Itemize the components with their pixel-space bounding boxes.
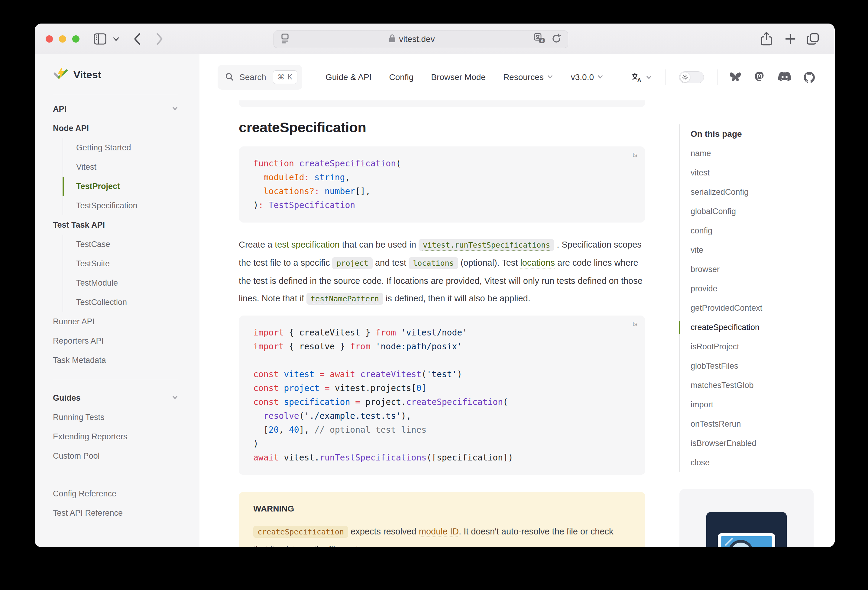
toc-item-label: import bbox=[691, 400, 713, 409]
discord-icon[interactable] bbox=[777, 71, 792, 84]
sidebar-item-testmodule[interactable]: TestModule bbox=[63, 273, 178, 293]
sidebar-chevron-down-icon[interactable] bbox=[112, 24, 120, 54]
mastodon-icon[interactable] bbox=[753, 71, 766, 84]
new-tab-icon[interactable] bbox=[784, 24, 797, 54]
sidebar-item-node-api[interactable]: Node API bbox=[53, 119, 178, 138]
toc-item-close[interactable]: close bbox=[691, 453, 835, 472]
sidebar-item-reporters-api[interactable]: Reporters API bbox=[53, 331, 178, 350]
toc-item-label: matchesTestGlob bbox=[691, 381, 754, 390]
sidebar-item-runner-api[interactable]: Runner API bbox=[53, 312, 178, 331]
chevron-down-icon bbox=[645, 74, 652, 81]
code-line: const project = vitest.projects[0] bbox=[253, 381, 636, 395]
doc-link[interactable]: locations bbox=[520, 258, 555, 268]
text-run: . It doesn't auto-resolve the file or ch… bbox=[459, 527, 614, 536]
warning-text-clipped: that it exists on the file system. bbox=[253, 541, 631, 547]
inline-code-link[interactable]: vitest.runTestSpecifications bbox=[419, 240, 554, 249]
sidebar-divider bbox=[53, 379, 178, 379]
toc-item-import[interactable]: import bbox=[691, 395, 835, 414]
translate-page-icon[interactable]: A bbox=[533, 32, 546, 46]
toc-item-matchestestglob[interactable]: matchesTestGlob bbox=[691, 376, 835, 395]
nav-link-guide-api[interactable]: Guide & API bbox=[326, 72, 372, 82]
doc-link[interactable]: module ID bbox=[419, 527, 459, 536]
sidebar-item-vitest[interactable]: Vitest bbox=[63, 157, 178, 177]
forward-button-icon[interactable] bbox=[154, 24, 165, 54]
toc-item-name[interactable]: name bbox=[691, 144, 835, 163]
brand[interactable]: Vitest bbox=[53, 54, 178, 95]
nav-link-label: Browser Mode bbox=[431, 72, 486, 82]
sidebar-item-label: TestSuite bbox=[76, 259, 110, 268]
toc-item-browser[interactable]: browser bbox=[691, 260, 835, 279]
sidebar-item-testproject[interactable]: TestProject bbox=[63, 177, 178, 196]
nav-link-config[interactable]: Config bbox=[389, 72, 413, 82]
toc-item-label: getProvidedContext bbox=[691, 303, 762, 313]
sidebar-item-getting-started[interactable]: Getting Started bbox=[63, 138, 178, 157]
sidebar-item-testcase[interactable]: TestCase bbox=[63, 235, 178, 254]
on-this-page-aside: On this page namevitestserializedConfigg… bbox=[679, 100, 835, 547]
toc-item-globtestfiles[interactable]: globTestFiles bbox=[691, 356, 835, 376]
sidebar-item-task-metadata[interactable]: Task Metadata bbox=[53, 350, 178, 370]
navbar-divider bbox=[717, 69, 717, 85]
toc-item-label: name bbox=[691, 149, 711, 158]
toc-item-vitest[interactable]: vitest bbox=[691, 163, 835, 182]
sidebar-toggle-icon[interactable] bbox=[93, 24, 107, 54]
toc-item-getprovidedcontext[interactable]: getProvidedContext bbox=[691, 298, 835, 318]
code-line: resolve('./example.test.ts'), bbox=[253, 409, 636, 423]
traffic-light-close-button[interactable] bbox=[46, 35, 53, 43]
sidebar-item-testspecification[interactable]: TestSpecification bbox=[63, 196, 178, 215]
sidebar-item-extending-reporters[interactable]: Extending Reporters bbox=[53, 427, 178, 446]
sidebar-item-custom-pool[interactable]: Custom Pool bbox=[53, 446, 178, 466]
sponsor-ad-card[interactable]: </> bbox=[679, 489, 813, 547]
svg-text:A: A bbox=[637, 77, 641, 83]
sidebar-item-api[interactable]: API bbox=[53, 99, 178, 119]
share-icon[interactable] bbox=[760, 24, 773, 54]
navbar-divider bbox=[666, 69, 666, 85]
toc-item-serializedconfig[interactable]: serializedConfig bbox=[691, 182, 835, 202]
sidebar-item-label: TestProject bbox=[76, 182, 120, 191]
nav-link-resources[interactable]: Resources bbox=[503, 72, 554, 82]
github-icon[interactable] bbox=[803, 71, 816, 84]
toc-item-globalconfig[interactable]: globalConfig bbox=[691, 202, 835, 221]
tablet-illustration: </> bbox=[718, 533, 775, 547]
sidebar-item-label: API bbox=[53, 104, 66, 114]
theme-toggle[interactable] bbox=[679, 71, 704, 83]
toc-item-vite[interactable]: vite bbox=[691, 240, 835, 260]
nav-link-v3-0-0[interactable]: v3.0.0 bbox=[571, 72, 604, 82]
search-button[interactable]: Search ⌘ K bbox=[218, 65, 302, 90]
sidebar-item-label: Extending Reporters bbox=[53, 432, 127, 441]
traffic-light-zoom-button[interactable] bbox=[72, 35, 80, 43]
sidebar-nav: APINode APIGetting StartedVitestTestProj… bbox=[53, 95, 199, 523]
toc-active-marker bbox=[679, 321, 680, 334]
sidebar-item-test-api-reference[interactable]: Test API Reference bbox=[53, 503, 178, 523]
sidebar-item-label: Config Reference bbox=[53, 489, 117, 499]
sidebar-item-test-task-api[interactable]: Test Task API bbox=[53, 215, 178, 235]
sidebar-item-config-reference[interactable]: Config Reference bbox=[53, 484, 178, 503]
inline-code-link[interactable]: testNamePattern bbox=[307, 293, 383, 303]
vitest-logo-icon bbox=[53, 66, 69, 83]
sidebar-item-label: Node API bbox=[53, 124, 89, 133]
sidebar-item-testcollection[interactable]: TestCollection bbox=[63, 293, 178, 312]
toc-item-provide[interactable]: provide bbox=[691, 279, 835, 298]
sidebar-item-testsuite[interactable]: TestSuite bbox=[63, 254, 178, 273]
address-bar[interactable]: vitest.dev A bbox=[273, 31, 568, 48]
toc-item-isrootproject[interactable]: isRootProject bbox=[691, 337, 835, 356]
site-navbar: Search ⌘ K Guide & APIConfigBrowser Mode… bbox=[199, 54, 835, 100]
sidebar-item-label: Custom Pool bbox=[53, 452, 100, 461]
sun-icon bbox=[680, 72, 690, 82]
toc-item-config[interactable]: config bbox=[691, 221, 835, 240]
brand-name: Vitest bbox=[74, 69, 101, 81]
sidebar-item-running-tests[interactable]: Running Tests bbox=[53, 408, 178, 427]
doc-link[interactable]: test specification bbox=[275, 240, 340, 249]
toc-item-isbrowserenabled[interactable]: isBrowserEnabled bbox=[691, 434, 835, 453]
toc-item-createspecification[interactable]: createSpecification bbox=[691, 318, 835, 337]
reload-icon[interactable] bbox=[551, 33, 562, 45]
tab-overview-icon[interactable] bbox=[806, 24, 820, 54]
back-button-icon[interactable] bbox=[132, 24, 142, 54]
toc-item-ontestsrerun[interactable]: onTestsRerun bbox=[691, 414, 835, 434]
language-menu[interactable]: A bbox=[630, 71, 652, 84]
sidebar-item-guides[interactable]: Guides bbox=[53, 388, 178, 408]
traffic-light-minimize-button[interactable] bbox=[59, 35, 66, 43]
reader-view-icon[interactable] bbox=[280, 32, 290, 46]
nav-link-browser-mode[interactable]: Browser Mode bbox=[431, 72, 486, 82]
bluesky-icon[interactable] bbox=[728, 71, 742, 84]
code-line: const vitest = await createVitest('test'… bbox=[253, 368, 636, 381]
